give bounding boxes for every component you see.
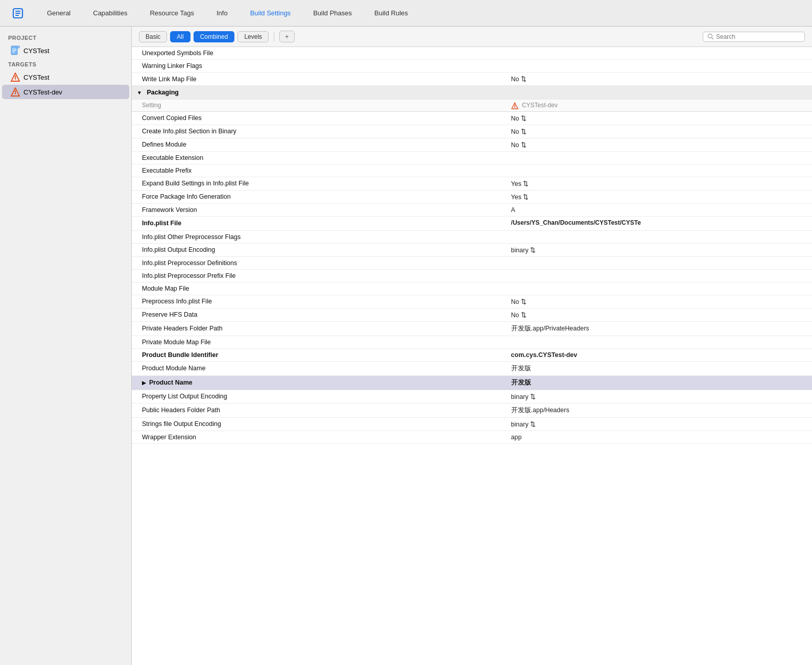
setting-name: Preprocess Info.plist File — [132, 295, 506, 308]
filter-all-button[interactable]: All — [170, 31, 190, 42]
setting-name: Info.plist File — [132, 216, 506, 230]
filter-basic-button[interactable]: Basic — [139, 31, 167, 42]
table-row[interactable]: Info.plist Preprocessor Definitions — [132, 256, 812, 269]
setting-name: Create Info.plist Section in Binary — [132, 125, 506, 138]
setting-name: Info.plist Output Encoding — [132, 243, 506, 256]
content-area: Basic All Combined Levels + Unexported S — [132, 27, 812, 665]
table-row[interactable]: Public Headers Folder Path开发版.app/Header… — [132, 403, 812, 417]
main-layout: PROJECT CYSTest TARGETS — [0, 27, 812, 665]
setting-name: Info.plist Preprocessor Prefix File — [132, 269, 506, 282]
table-row[interactable]: ▶Product Name开发版 — [132, 375, 812, 390]
sidebar-item-cystest-dev-target[interactable]: CYSTest-dev — [2, 85, 129, 99]
section-header-label: ▼ Packaging — [132, 86, 812, 100]
target-icon-2 — [10, 87, 20, 97]
table-row[interactable]: Unexported Symbols File — [132, 47, 812, 60]
filter-add-button[interactable]: + — [279, 31, 295, 42]
table-row[interactable]: Write Link Map File No ⇅ — [132, 73, 812, 86]
filter-levels-button[interactable]: Levels — [237, 31, 269, 42]
svg-point-16 — [708, 34, 712, 38]
setting-value: Yes ⇅ — [506, 177, 812, 190]
setting-name: Convert Copied Files — [132, 111, 506, 125]
setting-name: Executable Prefix — [132, 164, 506, 177]
setting-value: 开发版 — [506, 361, 812, 375]
tab-build-phases[interactable]: Build Phases — [302, 6, 363, 20]
setting-name: Private Headers Folder Path — [132, 321, 506, 336]
setting-name: Product Bundle Identifier — [132, 348, 506, 361]
top-tab-bar: General Capabilities Resource Tags Info … — [0, 0, 812, 27]
section-header-packaging[interactable]: ▼ Packaging — [132, 86, 812, 100]
project-icon — [10, 6, 26, 21]
table-row[interactable]: Info.plist Output Encodingbinary ⇅ — [132, 243, 812, 256]
setting-value: 开发版.app/PrivateHeaders — [506, 321, 812, 336]
tab-build-settings[interactable]: Build Settings — [239, 6, 302, 20]
table-row[interactable]: Force Package Info GenerationYes ⇅ — [132, 190, 812, 203]
sidebar-target-label-2: CYSTest-dev — [23, 88, 62, 96]
setting-name: Force Package Info Generation — [132, 190, 506, 203]
sidebar-item-cystest-target[interactable]: CYSTest — [2, 70, 129, 84]
setting-value: No ⇅ — [506, 308, 812, 321]
table-row[interactable]: Defines ModuleNo ⇅ — [132, 138, 812, 151]
setting-value: No ⇅ — [506, 125, 812, 138]
svg-point-14 — [15, 93, 16, 94]
table-row[interactable]: Preprocess Info.plist FileNo ⇅ — [132, 295, 812, 308]
search-input[interactable] — [716, 33, 798, 40]
table-row[interactable]: Info.plist Other Preprocessor Flags — [132, 230, 812, 243]
setting-name: ▶Product Name — [132, 375, 506, 390]
setting-value: No ⇅ — [506, 138, 812, 151]
table-row[interactable]: Create Info.plist Section in BinaryNo ⇅ — [132, 125, 812, 138]
setting-value: 开发版 — [506, 375, 812, 390]
project-section-label: PROJECT — [0, 32, 131, 43]
column-header-row: Setting CYSTest-dev — [132, 100, 812, 112]
tab-build-rules[interactable]: Build Rules — [363, 6, 419, 20]
table-row[interactable]: Product Bundle Identifiercom.cys.CYSTest… — [132, 348, 812, 361]
table-row[interactable]: Strings file Output Encodingbinary ⇅ — [132, 417, 812, 431]
table-row[interactable]: Property List Output Encodingbinary ⇅ — [132, 390, 812, 403]
setting-name: Preserve HFS Data — [132, 308, 506, 321]
svg-rect-2 — [15, 13, 20, 14]
table-row[interactable]: Wrapper Extensionapp — [132, 431, 812, 443]
table-row[interactable]: Product Module Name开发版 — [132, 361, 812, 375]
setting-value: A — [506, 203, 812, 216]
sidebar-item-cystest-project[interactable]: CYSTest — [2, 43, 129, 58]
setting-name: Info.plist Other Preprocessor Flags — [132, 230, 506, 243]
setting-value — [506, 151, 812, 164]
table-row[interactable]: Private Headers Folder Path开发版.app/Priva… — [132, 321, 812, 336]
svg-line-17 — [712, 38, 714, 40]
table-row[interactable]: Warning Linker Flags — [132, 60, 812, 73]
table-row[interactable]: Framework VersionA — [132, 203, 812, 216]
setting-name: Public Headers Folder Path — [132, 403, 506, 417]
setting-value — [506, 47, 812, 60]
setting-value: app — [506, 431, 812, 443]
settings-table: Unexported Symbols File Warning Linker F… — [132, 47, 812, 444]
setting-name: Private Module Map File — [132, 336, 506, 348]
setting-value: /Users/YS_Chan/Documents/CYSTest/CYSTe — [506, 216, 812, 230]
collapse-triangle-icon: ▼ — [137, 90, 142, 96]
svg-rect-1 — [15, 11, 20, 12]
tab-resource-tags[interactable]: Resource Tags — [138, 6, 205, 20]
table-row[interactable]: Convert Copied FilesNo ⇅ — [132, 111, 812, 125]
setting-value: No ⇅ — [506, 295, 812, 308]
settings-area: Unexported Symbols File Warning Linker F… — [132, 47, 812, 665]
svg-point-11 — [15, 78, 16, 80]
filter-combined-button[interactable]: Combined — [194, 31, 235, 42]
setting-name: Expand Build Settings in Info.plist File — [132, 177, 506, 190]
tab-info[interactable]: Info — [205, 6, 239, 20]
table-row[interactable]: Executable Extension — [132, 151, 812, 164]
table-row[interactable]: Expand Build Settings in Info.plist File… — [132, 177, 812, 190]
table-row[interactable]: Info.plist File/Users/YS_Chan/Documents/… — [132, 216, 812, 230]
sidebar-project-label: CYSTest — [23, 47, 50, 55]
project-file-icon — [10, 45, 20, 56]
tab-capabilities[interactable]: Capabilities — [82, 6, 138, 20]
table-row[interactable]: Info.plist Preprocessor Prefix File — [132, 269, 812, 282]
table-row[interactable]: Private Module Map File — [132, 336, 812, 348]
table-row[interactable]: Module Map File — [132, 282, 812, 295]
setting-value: binary ⇅ — [506, 417, 812, 431]
setting-name: Product Module Name — [132, 361, 506, 375]
filter-separator — [274, 32, 274, 42]
table-row[interactable]: Executable Prefix — [132, 164, 812, 177]
table-row[interactable]: Preserve HFS DataNo ⇅ — [132, 308, 812, 321]
sidebar-target-label-1: CYSTest — [23, 74, 50, 81]
tab-general[interactable]: General — [36, 6, 82, 20]
search-box[interactable] — [703, 32, 805, 42]
col-header-target: CYSTest-dev — [506, 100, 812, 112]
